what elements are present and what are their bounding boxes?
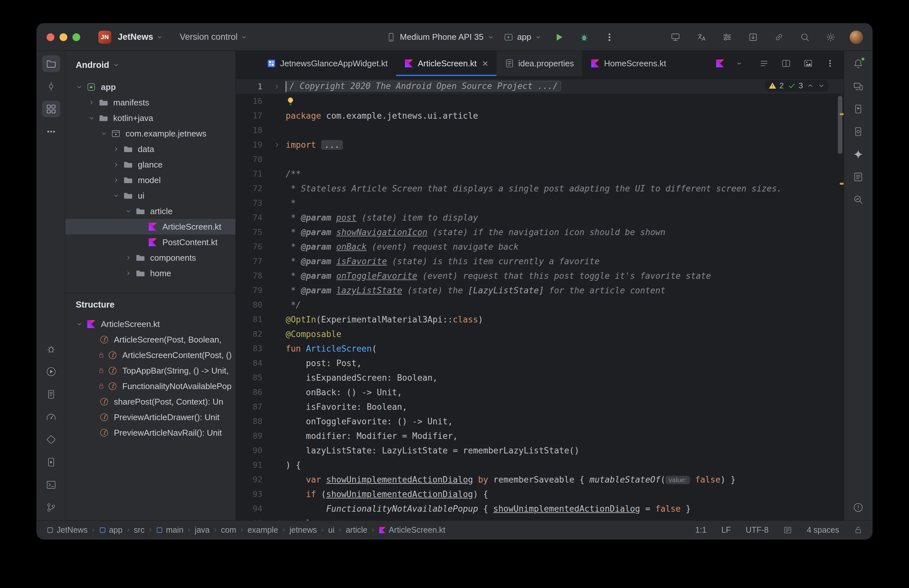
code-line-79[interactable]: 79 * @param lazyListState (state) the [L… <box>236 283 844 297</box>
lightbulb-icon[interactable] <box>286 96 295 106</box>
project-item-ui[interactable]: ui <box>65 188 236 204</box>
code-line-95[interactable]: 95 } <box>236 516 844 520</box>
project-item-model[interactable]: model <box>65 172 236 188</box>
project-folder-button[interactable] <box>42 55 60 72</box>
code-line-92[interactable]: 92 var showUnimplementedActionDialog by … <box>236 472 844 487</box>
user-avatar[interactable] <box>849 31 863 44</box>
fold-marker-icon[interactable] <box>262 83 286 90</box>
more-horizontal-button[interactable] <box>42 123 60 140</box>
project-item-postcontent-kt[interactable]: PostContent.kt <box>65 234 236 250</box>
minimize-window-button[interactable] <box>60 33 67 41</box>
notifications-bell-button[interactable] <box>849 55 867 72</box>
zoom-window-button[interactable] <box>73 33 80 41</box>
breadcrumb-ui[interactable]: ui <box>328 525 334 535</box>
structure-item-articlescreen-post-boolean[interactable]: fArticleScreen(Post, Boolean, <box>65 332 236 347</box>
code-line-82[interactable]: 82@Composable <box>236 327 844 341</box>
code-line-91[interactable]: 91) { <box>236 458 844 472</box>
code-line-81[interactable]: 81@OptIn(ExperimentalMaterial3Api::class… <box>236 312 844 327</box>
breadcrumb-main[interactable]: main <box>156 525 183 535</box>
tree-chevron-right-icon[interactable] <box>123 255 134 261</box>
logcat-button[interactable] <box>849 168 867 185</box>
device-explorer-button[interactable] <box>42 386 60 403</box>
commit-button[interactable] <box>42 78 60 95</box>
code-line-70[interactable]: 70 <box>236 152 844 166</box>
code-line-94[interactable]: 94 FunctionalityNotAvailablePopup { show… <box>236 501 844 516</box>
more-run-actions-button[interactable] <box>602 29 617 45</box>
code-line-16[interactable]: 16 <box>236 94 844 108</box>
tree-chevron-down-icon[interactable] <box>123 208 134 215</box>
file-encoding[interactable]: UTF-8 <box>746 525 769 535</box>
project-item-manifests[interactable]: manifests <box>65 95 236 110</box>
code-line-1[interactable]: 1/ Copyright 2020 The Android Open Sourc… <box>236 79 844 94</box>
breadcrumb-articlescreen-kt[interactable]: ArticleScreen.kt <box>379 525 446 535</box>
code-line-75[interactable]: 75 * @param showNavigationIcon (state) i… <box>236 225 844 239</box>
inspection-widget[interactable]: 2 3 <box>765 80 828 92</box>
project-view-selector[interactable]: Android <box>65 51 236 79</box>
tree-chevron-down-icon[interactable] <box>74 321 85 327</box>
terminal-button[interactable] <box>42 477 60 493</box>
breadcrumb-java[interactable]: java <box>195 525 210 535</box>
device-manager-button[interactable] <box>849 100 867 117</box>
tree-chevron-right-icon[interactable] <box>111 162 122 168</box>
version-control-button[interactable] <box>42 499 60 516</box>
app-quality-insights-button[interactable] <box>849 191 867 208</box>
check-icon[interactable] <box>788 81 796 90</box>
breadcrumb-jetnews[interactable]: JetNews <box>47 525 88 535</box>
code-editor[interactable]: 1/ Copyright 2020 The Android Open Sourc… <box>236 76 844 520</box>
structure-item-functionalitynotavailablepop[interactable]: fFunctionalityNotAvailablePop <box>65 378 236 394</box>
translate-button[interactable] <box>694 30 709 44</box>
project-item-com-example-jetnews[interactable]: com.example.jetnews <box>65 126 236 141</box>
tree-chevron-right-icon[interactable] <box>111 146 122 152</box>
run-configuration-selector[interactable]: app <box>504 32 541 42</box>
line-separator[interactable]: LF <box>722 525 731 535</box>
project-item-glance[interactable]: glance <box>65 157 236 172</box>
code-line-78[interactable]: 78 * @param onToggleFavorite (event) req… <box>236 268 844 283</box>
tree-chevron-right-icon[interactable] <box>123 270 134 276</box>
code-line-89[interactable]: 89 modifier: Modifier = Modifier, <box>236 428 844 443</box>
app-inspection-button[interactable] <box>42 431 60 448</box>
fold-marker-icon[interactable] <box>262 141 286 149</box>
run-button[interactable] <box>551 29 567 45</box>
editor-scrollbar-thumb[interactable] <box>838 96 842 154</box>
project-item-app[interactable]: app <box>65 79 236 95</box>
project-item-kotlin-java[interactable]: kotlin+java <box>65 110 236 126</box>
code-line-90[interactable]: 90 lazyListState: LazyListState = rememb… <box>236 443 844 458</box>
structure-item-topappbar-string-unit[interactable]: fTopAppBar(String, () -> Unit, <box>65 363 236 378</box>
search-button[interactable] <box>798 30 812 44</box>
code-line-93[interactable]: 93 if (showUnimplementedActionDialog) { <box>236 487 844 501</box>
settings-gear-button[interactable] <box>823 30 838 44</box>
indent-setting[interactable]: 4 spaces <box>807 525 839 535</box>
code-line-72[interactable]: 72 * Stateless Article Screen that displ… <box>236 181 844 195</box>
warning-triangle-icon[interactable] <box>768 81 777 90</box>
warning-stripe-mark[interactable] <box>840 183 844 185</box>
device-selector[interactable]: Medium Phone API 35 <box>386 32 494 42</box>
code-line-73[interactable]: 73 * <box>236 195 844 210</box>
breadcrumb-app[interactable]: app <box>99 525 123 535</box>
device-streaming-button[interactable] <box>849 78 867 95</box>
code-line-18[interactable]: 18 <box>236 123 844 137</box>
gemini-button[interactable] <box>849 146 867 163</box>
image-preview-button[interactable] <box>802 57 815 70</box>
kotlin-button[interactable] <box>714 57 727 70</box>
unlock-icon[interactable] <box>854 526 862 534</box>
tab-idea-properties[interactable]: idea.properties <box>497 51 582 76</box>
code-line-85[interactable]: 85 isExpandedScreen: Boolean, <box>236 370 844 385</box>
running-devices-button[interactable] <box>849 123 867 140</box>
settings-sliders-button[interactable] <box>720 30 734 44</box>
tab-jetnewsglanceappwidget-kt[interactable]: JetnewsGlanceAppWidget.kt <box>258 51 396 76</box>
code-line-88[interactable]: 88 onToggleFavorite: () -> Unit, <box>236 414 844 428</box>
tree-chevron-right-icon[interactable] <box>86 99 97 106</box>
project-name-menu[interactable]: JetNews <box>118 32 163 42</box>
profiler-run-button[interactable] <box>42 363 60 380</box>
project-item-article[interactable]: article <box>65 204 236 219</box>
breadcrumb-article[interactable]: article <box>346 525 368 535</box>
code-line-83[interactable]: 83fun ArticleScreen( <box>236 341 844 356</box>
structure-item-previewarticlenavrail-unit[interactable]: fPreviewArticleNavRail(): Unit <box>65 425 236 441</box>
code-line-76[interactable]: 76 * @param onBack (event) request navig… <box>236 239 844 254</box>
chevron-down-button[interactable] <box>736 57 749 70</box>
breadcrumb-jetnews[interactable]: jetnews <box>289 525 317 535</box>
profiler-button[interactable] <box>42 409 60 425</box>
debug-button[interactable] <box>576 29 592 45</box>
code-line-17[interactable]: 17package com.example.jetnews.ui.article <box>236 108 844 123</box>
project-item-articlescreen-kt[interactable]: ArticleScreen.kt <box>65 219 236 234</box>
